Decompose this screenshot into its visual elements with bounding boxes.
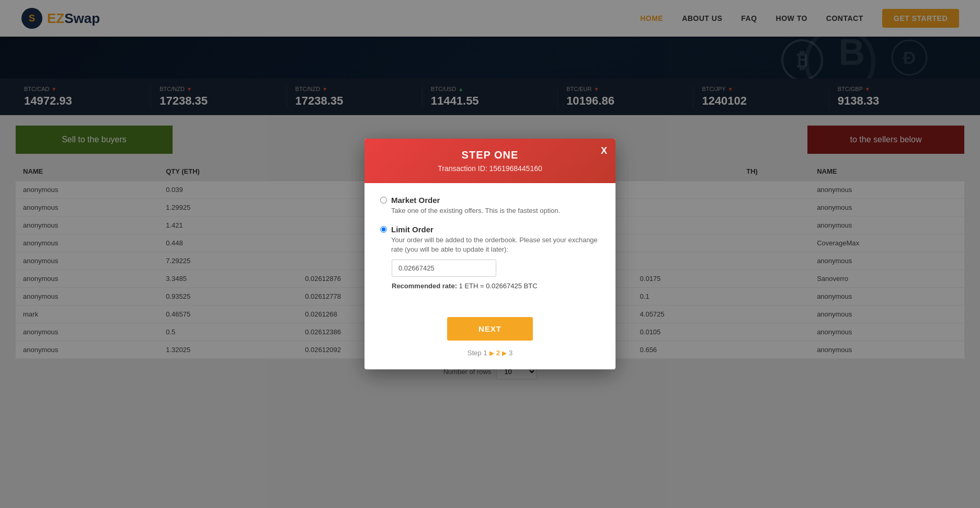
modal-header: STEP ONE Transaction ID: 1561968445160 X: [364, 139, 616, 183]
step-prefix: Step: [468, 349, 482, 357]
modal-subtitle: Transaction ID: 1561968445160: [380, 164, 600, 173]
limit-order-desc: Your order will be added to the orderboo…: [391, 235, 600, 254]
limit-order-option: Limit Order Your order will be added to …: [380, 225, 600, 290]
limit-order-input-area: Recommended rate: 1 ETH = 0.02667425 BTC: [392, 259, 600, 290]
step-indicator: Step 1 ▶ 2 ▶ 3: [468, 349, 512, 357]
limit-order-label[interactable]: Limit Order Your order will be added to …: [380, 225, 600, 254]
recommended-rate: Recommended rate: 1 ETH = 0.02667425 BTC: [392, 282, 600, 290]
market-order-desc: Take one of the existing offers. This is…: [391, 206, 560, 216]
market-order-radio[interactable]: [380, 197, 387, 204]
limit-order-title: Limit Order: [391, 225, 600, 234]
market-order-option: Market Order Take one of the existing of…: [380, 196, 600, 216]
modal: STEP ONE Transaction ID: 1561968445160 X…: [364, 139, 616, 370]
market-order-label[interactable]: Market Order Take one of the existing of…: [380, 196, 600, 216]
modal-body: Market Order Take one of the existing of…: [364, 183, 616, 312]
modal-title: STEP ONE: [380, 149, 600, 161]
modal-overlay: STEP ONE Transaction ID: 1561968445160 X…: [0, 0, 980, 508]
market-order-title: Market Order: [391, 196, 560, 205]
modal-footer: NEXT Step 1 ▶ 2 ▶ 3: [364, 312, 616, 369]
limit-order-radio[interactable]: [380, 226, 387, 233]
step-1: 1: [484, 349, 487, 357]
next-button[interactable]: NEXT: [447, 317, 533, 341]
modal-close-button[interactable]: X: [601, 146, 607, 155]
step-2: 2: [496, 349, 500, 357]
exchange-rate-input[interactable]: [392, 259, 496, 277]
step-arrow-2: ▶: [502, 349, 507, 357]
step-3: 3: [509, 349, 512, 357]
step-arrow-1: ▶: [489, 349, 494, 357]
